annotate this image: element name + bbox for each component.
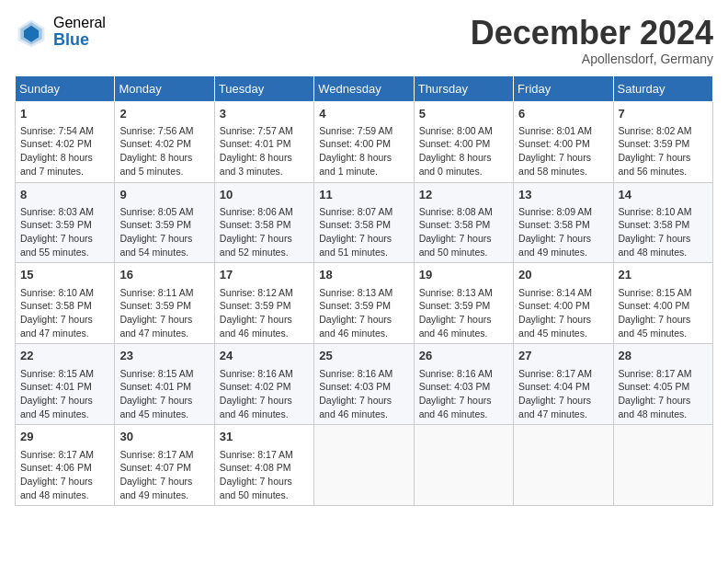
calendar-cell: 10Sunrise: 8:06 AMSunset: 3:58 PMDayligh…: [214, 182, 313, 263]
day-info: Sunrise: 8:17 AM: [220, 448, 309, 462]
calendar-cell: 15Sunrise: 8:10 AMSunset: 3:58 PMDayligh…: [16, 263, 115, 344]
calendar-cell: [514, 425, 613, 506]
day-info: Sunrise: 8:11 AM: [119, 286, 209, 300]
day-number: 26: [419, 348, 508, 364]
day-number: 15: [20, 267, 109, 283]
calendar-week-4: 22Sunrise: 8:15 AMSunset: 4:01 PMDayligh…: [16, 344, 713, 425]
day-info: Daylight: 7 hours and 49 minutes.: [518, 232, 608, 259]
calendar-cell: 5Sunrise: 8:00 AMSunset: 4:00 PMDaylight…: [414, 101, 513, 182]
day-info: Sunrise: 8:15 AM: [619, 286, 708, 300]
day-info: Daylight: 7 hours and 46 minutes.: [319, 394, 408, 420]
calendar-cell: 23Sunrise: 8:15 AMSunset: 4:01 PMDayligh…: [115, 344, 214, 425]
day-info: Daylight: 7 hours and 50 minutes.: [419, 232, 508, 259]
day-number: 18: [319, 267, 408, 283]
day-number: 13: [518, 187, 608, 203]
day-info: Sunrise: 8:17 AM: [518, 367, 608, 381]
location-subtitle: Apollensdorf, Germany: [471, 52, 713, 66]
day-number: 6: [518, 106, 608, 122]
calendar-cell: 12Sunrise: 8:08 AMSunset: 3:58 PMDayligh…: [414, 182, 513, 263]
day-info: Sunset: 4:00 PM: [518, 299, 608, 313]
day-number: 28: [619, 348, 708, 364]
day-info: Sunrise: 8:07 AM: [319, 205, 408, 219]
day-info: Sunrise: 8:13 AM: [419, 286, 508, 300]
calendar-cell: 28Sunrise: 8:17 AMSunset: 4:05 PMDayligh…: [613, 344, 712, 425]
day-info: Sunset: 4:00 PM: [518, 137, 608, 151]
day-info: Daylight: 7 hours and 45 minutes.: [119, 394, 209, 420]
title-section: December 2024 Apollensdorf, Germany: [471, 15, 713, 66]
calendar-cell: 22Sunrise: 8:15 AMSunset: 4:01 PMDayligh…: [16, 344, 115, 425]
logo-icon: [15, 16, 48, 49]
day-number: 9: [119, 187, 209, 203]
calendar-cell: 4Sunrise: 7:59 AMSunset: 4:00 PMDaylight…: [314, 101, 414, 182]
calendar-header-row: SundayMondayTuesdayWednesdayThursdayFrid…: [16, 75, 713, 101]
day-info: Sunrise: 8:09 AM: [518, 205, 608, 219]
day-info: Daylight: 8 hours and 5 minutes.: [119, 151, 209, 178]
logo-general: General: [53, 15, 106, 31]
day-info: Sunset: 4:03 PM: [419, 380, 508, 394]
calendar-week-5: 29Sunrise: 8:17 AMSunset: 4:06 PMDayligh…: [16, 425, 713, 506]
day-info: Sunset: 4:00 PM: [619, 299, 708, 313]
day-number: 25: [319, 348, 408, 364]
day-info: Sunset: 3:59 PM: [619, 137, 708, 151]
calendar-cell: [314, 425, 414, 506]
day-number: 23: [119, 348, 209, 364]
day-number: 1: [20, 106, 109, 122]
day-info: Sunset: 4:02 PM: [220, 380, 309, 394]
day-info: Daylight: 7 hours and 51 minutes.: [319, 232, 408, 259]
day-info: Daylight: 7 hours and 46 minutes.: [419, 313, 508, 339]
day-number: 29: [20, 429, 109, 445]
day-number: 7: [619, 106, 708, 122]
calendar-cell: 13Sunrise: 8:09 AMSunset: 3:58 PMDayligh…: [514, 182, 613, 263]
day-info: Sunset: 3:59 PM: [419, 299, 508, 313]
logo: General Blue: [15, 15, 106, 49]
day-info: Sunset: 3:59 PM: [119, 218, 209, 232]
day-number: 8: [20, 187, 109, 203]
day-info: Sunset: 4:02 PM: [20, 137, 109, 151]
day-info: Sunset: 3:58 PM: [220, 218, 309, 232]
day-info: Sunset: 4:02 PM: [119, 137, 209, 151]
day-info: Daylight: 7 hours and 54 minutes.: [119, 232, 209, 259]
day-info: Sunrise: 8:12 AM: [220, 286, 309, 300]
calendar-cell: 16Sunrise: 8:11 AMSunset: 3:59 PMDayligh…: [115, 263, 214, 344]
day-number: 27: [518, 348, 608, 364]
day-info: Sunset: 3:59 PM: [319, 299, 408, 313]
day-info: Sunset: 3:58 PM: [319, 218, 408, 232]
calendar-cell: 19Sunrise: 8:13 AMSunset: 3:59 PMDayligh…: [414, 263, 513, 344]
day-info: Sunrise: 8:06 AM: [220, 205, 309, 219]
day-info: Sunrise: 8:16 AM: [419, 367, 508, 381]
day-info: Daylight: 7 hours and 46 minutes.: [319, 313, 408, 339]
day-info: Sunset: 4:08 PM: [220, 461, 309, 475]
day-info: Sunset: 4:00 PM: [419, 137, 508, 151]
day-info: Sunrise: 8:17 AM: [619, 367, 708, 381]
day-info: Sunrise: 8:17 AM: [119, 448, 209, 462]
day-info: Sunrise: 7:54 AM: [20, 124, 109, 138]
day-info: Daylight: 7 hours and 52 minutes.: [220, 232, 309, 259]
day-number: 4: [319, 106, 408, 122]
calendar-cell: 9Sunrise: 8:05 AMSunset: 3:59 PMDaylight…: [115, 182, 214, 263]
day-info: Sunset: 3:58 PM: [419, 218, 508, 232]
day-number: 11: [319, 187, 408, 203]
day-number: 3: [220, 106, 309, 122]
day-info: Sunrise: 7:56 AM: [119, 124, 209, 138]
day-info: Sunrise: 7:59 AM: [319, 124, 408, 138]
day-of-week-thursday: Thursday: [414, 75, 513, 101]
day-info: Sunset: 4:01 PM: [20, 380, 109, 394]
day-of-week-tuesday: Tuesday: [214, 75, 313, 101]
calendar-week-2: 8Sunrise: 8:03 AMSunset: 3:59 PMDaylight…: [16, 182, 713, 263]
page-header: General Blue December 2024 Apollensdorf,…: [15, 15, 713, 66]
calendar-cell: 24Sunrise: 8:16 AMSunset: 4:02 PMDayligh…: [214, 344, 313, 425]
day-info: Daylight: 7 hours and 48 minutes.: [619, 394, 708, 420]
day-info: Sunrise: 7:57 AM: [220, 124, 309, 138]
logo-blue: Blue: [53, 31, 106, 50]
day-info: Sunrise: 8:08 AM: [419, 205, 508, 219]
day-number: 21: [619, 267, 708, 283]
calendar-cell: 8Sunrise: 8:03 AMSunset: 3:59 PMDaylight…: [16, 182, 115, 263]
day-info: Sunset: 4:04 PM: [518, 380, 608, 394]
day-info: Sunrise: 8:16 AM: [319, 367, 408, 381]
day-number: 30: [119, 429, 209, 445]
day-info: Sunrise: 8:05 AM: [119, 205, 209, 219]
day-number: 2: [119, 106, 209, 122]
day-info: Daylight: 7 hours and 45 minutes.: [619, 313, 708, 339]
calendar-week-1: 1Sunrise: 7:54 AMSunset: 4:02 PMDaylight…: [16, 101, 713, 182]
calendar-cell: 26Sunrise: 8:16 AMSunset: 4:03 PMDayligh…: [414, 344, 513, 425]
